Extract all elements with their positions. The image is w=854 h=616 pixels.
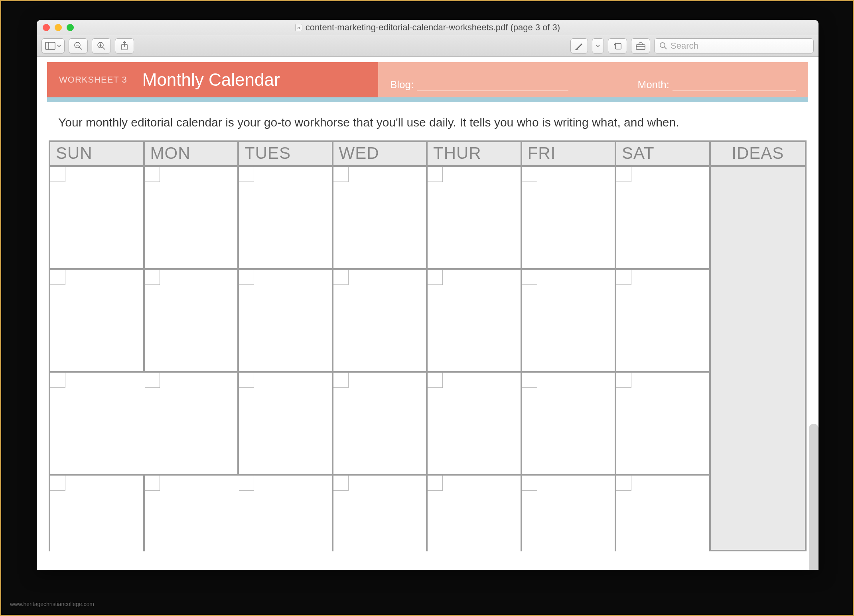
calendar-cell bbox=[333, 167, 428, 270]
month-input-line bbox=[673, 90, 796, 91]
svg-rect-0 bbox=[45, 42, 55, 49]
date-box bbox=[239, 270, 254, 285]
calendar-cell bbox=[239, 373, 333, 476]
worksheet-number: WORKSHEET 3 bbox=[59, 75, 127, 85]
svg-line-6 bbox=[103, 47, 105, 49]
sidebar-toggle-button[interactable] bbox=[41, 38, 65, 53]
window-controls bbox=[37, 24, 74, 31]
document-viewport[interactable]: WORKSHEET 3 Monthly Calendar Blog: Month… bbox=[37, 57, 818, 570]
calendar-cell bbox=[522, 167, 617, 270]
chevron-down-icon bbox=[57, 44, 61, 47]
window-title: a content-marketing-editorial-calendar-w… bbox=[37, 22, 818, 33]
calendar-cell bbox=[145, 270, 239, 373]
minimize-button[interactable] bbox=[55, 24, 62, 31]
day-header-thu: THUR bbox=[428, 142, 522, 167]
calendar-cell bbox=[145, 373, 239, 476]
toolbox-icon bbox=[635, 41, 646, 50]
date-box bbox=[428, 167, 443, 182]
worksheet-title: Monthly Calendar bbox=[142, 70, 280, 90]
calendar-cell bbox=[333, 270, 428, 373]
share-button[interactable] bbox=[115, 38, 134, 53]
calendar-grid: SUN MON TUES WED THUR FRI SAT IDEAS bbox=[49, 140, 807, 551]
sidebar-icon bbox=[45, 42, 55, 50]
blog-field: Blog: bbox=[390, 79, 568, 91]
calendar-cell bbox=[428, 373, 522, 476]
calendar-cell bbox=[616, 167, 711, 270]
date-box bbox=[428, 476, 443, 491]
day-header-mon: MON bbox=[145, 142, 239, 167]
zoom-out-button[interactable] bbox=[69, 38, 88, 53]
svg-rect-12 bbox=[615, 43, 621, 49]
day-header-sun: SUN bbox=[50, 142, 145, 167]
svg-line-3 bbox=[79, 47, 82, 49]
zoom-in-button[interactable] bbox=[92, 38, 111, 53]
day-header-sat: SAT bbox=[616, 142, 711, 167]
highlight-menu-button[interactable] bbox=[592, 38, 604, 53]
blog-input-line bbox=[417, 90, 568, 91]
date-box bbox=[522, 270, 537, 285]
date-box bbox=[333, 270, 349, 285]
calendar-cell bbox=[522, 373, 617, 476]
calendar-cell bbox=[428, 270, 522, 373]
date-box bbox=[428, 373, 443, 388]
svg-rect-13 bbox=[636, 45, 645, 49]
svg-line-16 bbox=[665, 47, 667, 49]
highlighter-icon bbox=[574, 41, 584, 51]
markup-button[interactable] bbox=[631, 38, 650, 53]
date-box bbox=[50, 476, 65, 491]
watermark: www.heritagechristiancollege.com bbox=[10, 601, 94, 607]
date-box bbox=[616, 167, 631, 182]
date-box bbox=[145, 476, 160, 491]
date-box bbox=[522, 476, 537, 491]
calendar-cell bbox=[50, 167, 145, 270]
calendar-cell bbox=[428, 167, 522, 270]
pdf-page: WORKSHEET 3 Monthly Calendar Blog: Month… bbox=[47, 62, 808, 551]
calendar-cell bbox=[616, 476, 711, 551]
calendar-cell bbox=[522, 270, 617, 373]
calendar-cell bbox=[522, 476, 617, 551]
day-header-wed: WED bbox=[333, 142, 428, 167]
search-input[interactable]: Search bbox=[654, 38, 814, 53]
rotate-icon bbox=[612, 41, 623, 51]
date-box bbox=[145, 167, 160, 182]
calendar-cell bbox=[239, 270, 333, 373]
calendar-cell bbox=[50, 476, 145, 551]
calendar-cell bbox=[239, 167, 333, 270]
document-icon: a bbox=[295, 24, 302, 31]
date-box bbox=[333, 373, 349, 388]
rotate-button[interactable] bbox=[608, 38, 627, 53]
date-box bbox=[145, 373, 160, 388]
date-box bbox=[50, 167, 65, 182]
highlight-button[interactable] bbox=[570, 38, 588, 53]
calendar-cell bbox=[428, 476, 522, 551]
date-box bbox=[239, 373, 254, 388]
scrollbar-thumb[interactable] bbox=[809, 424, 818, 570]
share-icon bbox=[120, 41, 128, 51]
date-box bbox=[239, 167, 254, 182]
toolbar: Search bbox=[37, 35, 818, 57]
svg-point-15 bbox=[660, 43, 665, 47]
accent-bar bbox=[47, 97, 808, 102]
day-header-fri: FRI bbox=[522, 142, 617, 167]
search-placeholder: Search bbox=[671, 41, 698, 51]
date-box bbox=[616, 373, 631, 388]
close-button[interactable] bbox=[43, 24, 50, 31]
date-box bbox=[616, 476, 631, 491]
zoom-in-icon bbox=[97, 41, 106, 51]
calendar-cell bbox=[616, 373, 711, 476]
date-box bbox=[50, 270, 65, 285]
date-box bbox=[333, 167, 349, 182]
titlebar: a content-marketing-editorial-calendar-w… bbox=[37, 20, 818, 35]
app-window: a content-marketing-editorial-calendar-w… bbox=[37, 20, 818, 570]
calendar-cell bbox=[333, 476, 428, 551]
calendar-cell bbox=[145, 167, 239, 270]
calendar-cell bbox=[145, 476, 239, 551]
date-box bbox=[145, 270, 160, 285]
fullscreen-button[interactable] bbox=[67, 24, 74, 31]
chevron-down-icon bbox=[596, 44, 600, 47]
calendar-cell bbox=[50, 270, 145, 373]
ideas-header: IDEAS bbox=[711, 142, 805, 167]
date-box bbox=[522, 167, 537, 182]
calendar-cell bbox=[239, 476, 333, 551]
calendar-cell bbox=[333, 373, 428, 476]
